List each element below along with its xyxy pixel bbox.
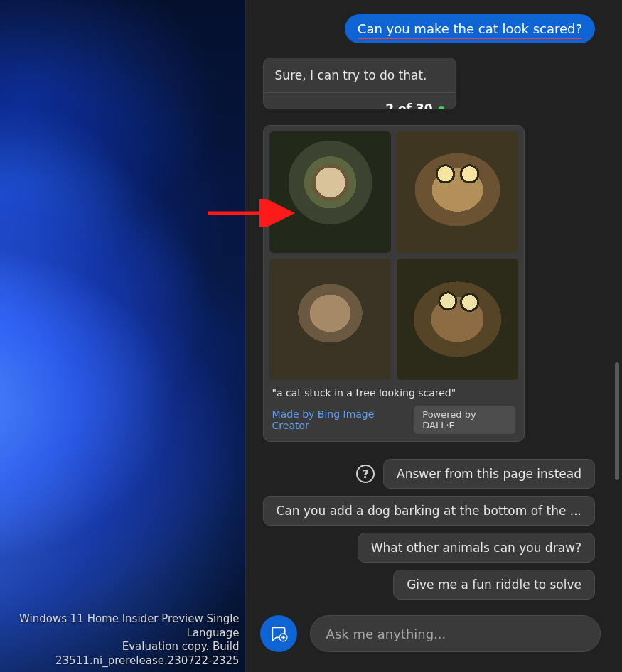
- scrollbar-thumb[interactable]: [615, 362, 619, 480]
- suggestion-chip[interactable]: Answer from this page instead: [383, 459, 595, 489]
- turn-counter: 2 of 30: [264, 93, 456, 109]
- suggestion-chips: ? Answer from this page instead Can you …: [263, 459, 595, 600]
- suggestion-chip[interactable]: Give me a fun riddle to solve: [393, 570, 595, 600]
- suggestion-chip[interactable]: What other animals can you draw?: [358, 533, 595, 563]
- dalle-badge: Powered by DALL·E: [414, 406, 515, 434]
- help-icon[interactable]: ?: [356, 465, 375, 483]
- generated-image-2[interactable]: [397, 131, 518, 253]
- image-card-footer: Made by Bing Image Creator Powered by DA…: [269, 403, 518, 435]
- bing-image-creator-link[interactable]: Made by Bing Image Creator: [272, 408, 407, 431]
- assistant-message-bubble: Sure, I can try to do that. 2 of 30: [263, 58, 456, 109]
- new-topic-button[interactable]: [260, 615, 297, 652]
- turn-counter-text: 2 of 30: [385, 102, 432, 109]
- ask-input-placeholder: Ask me anything...: [326, 627, 446, 641]
- status-dot-icon: [439, 106, 444, 109]
- windows-watermark: Windows 11 Home Insider Preview Single L…: [0, 612, 240, 668]
- watermark-line2: Evaluation copy. Build 23511.ni_prerelea…: [0, 640, 240, 668]
- generated-image-1[interactable]: [269, 131, 391, 253]
- desktop-wallpaper: Windows 11 Home Insider Preview Single L…: [0, 0, 245, 672]
- generated-images-card: "a cat stuck in a tree looking scared" M…: [263, 125, 525, 442]
- copilot-chat-panel: Can you make the cat look scared? Sure, …: [245, 0, 622, 672]
- ask-input[interactable]: Ask me anything...: [310, 615, 601, 652]
- assistant-message-text: Sure, I can try to do that.: [264, 58, 456, 93]
- annotation-underline: [358, 38, 582, 39]
- image-prompt-caption: "a cat stuck in a tree looking scared": [269, 380, 518, 403]
- user-message-row: Can you make the cat look scared?: [263, 14, 595, 43]
- user-message-bubble: Can you make the cat look scared?: [345, 14, 595, 43]
- chat-input-bar: Ask me anything...: [246, 605, 622, 672]
- suggestion-chip[interactable]: Can you add a dog barking at the bottom …: [263, 496, 595, 526]
- generated-image-4[interactable]: [397, 259, 518, 380]
- chat-plus-icon: [269, 624, 288, 643]
- watermark-line1: Windows 11 Home Insider Preview Single L…: [0, 612, 240, 640]
- generated-image-3[interactable]: [269, 259, 391, 380]
- chat-scroll-area: Can you make the cat look scared? Sure, …: [246, 0, 622, 605]
- image-grid: [269, 131, 518, 380]
- user-message-text: Can you make the cat look scared?: [358, 21, 582, 36]
